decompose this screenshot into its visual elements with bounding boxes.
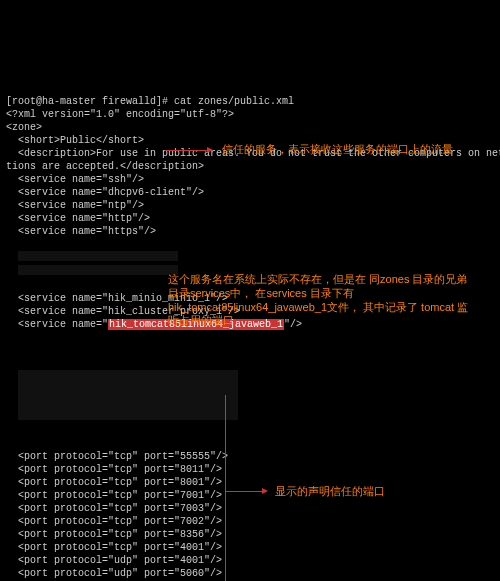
port-lines: <port protocol="tcp" port="55555"/> <por…	[6, 451, 228, 581]
service-lines: <service name="ssh"/> <service name="dhc…	[6, 174, 204, 237]
redacted-block	[18, 370, 238, 420]
xml-declaration: <?xml version="1.0" encoding="utf-8"?>	[6, 109, 234, 120]
shell-prompt: [root@ha-master firewalld]# cat zones/pu…	[6, 96, 294, 107]
redacted-line	[18, 265, 178, 275]
short-tag: <short>Public</short>	[6, 135, 144, 146]
redacted-line	[18, 251, 178, 261]
terminal-output: [root@ha-master firewalld]# cat zones/pu…	[0, 65, 500, 581]
annotation-svc-detail: 这个服务名在系统上实际不存在，但是在 同zones 目录的兄弟目录service…	[168, 273, 478, 328]
annotation-services: 信任的服务，表示接收这些服务的端口上的流量	[222, 143, 472, 157]
annotation-ports: 显示的声明信任的端口	[275, 485, 445, 499]
vline-ports	[225, 395, 226, 581]
arrow-services	[165, 150, 210, 151]
zone-open: <zone>	[6, 122, 42, 133]
arrow-ports	[225, 491, 265, 492]
